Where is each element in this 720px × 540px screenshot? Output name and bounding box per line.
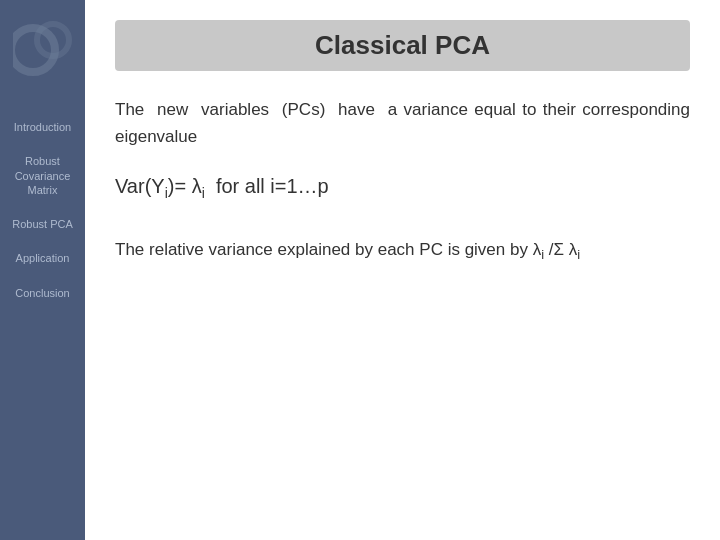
svg-point-0 [13,28,55,72]
paragraph-2-section: The relative variance explained by each … [115,236,690,266]
sidebar-item-application[interactable]: Application [0,241,85,275]
sidebar-item-robust-covariance[interactable]: RobustCovarianceMatrix [0,144,85,207]
formula-variance: Var(Yi)= λi for all i=1…p [115,175,329,197]
logo-icon [13,20,73,80]
page-title: Classical PCA [315,30,490,60]
paragraph-2-text: The relative variance explained by each … [115,236,690,266]
sidebar-item-introduction[interactable]: Introduction [0,110,85,144]
sidebar-nav: Introduction RobustCovarianceMatrix Robu… [0,110,85,310]
sidebar: Introduction RobustCovarianceMatrix Robu… [0,0,85,540]
title-bar: Classical PCA [115,20,690,71]
paragraph-1-text: The new variables (PCs) have a variance … [115,96,690,150]
sidebar-item-conclusion[interactable]: Conclusion [0,276,85,310]
paragraph-1-section: The new variables (PCs) have a variance … [115,96,690,150]
formula-section: Var(Yi)= λi for all i=1…p [115,175,690,201]
sidebar-item-robust-pca[interactable]: Robust PCA [0,207,85,241]
main-content: Classical PCA The new variables (PCs) ha… [85,0,720,540]
